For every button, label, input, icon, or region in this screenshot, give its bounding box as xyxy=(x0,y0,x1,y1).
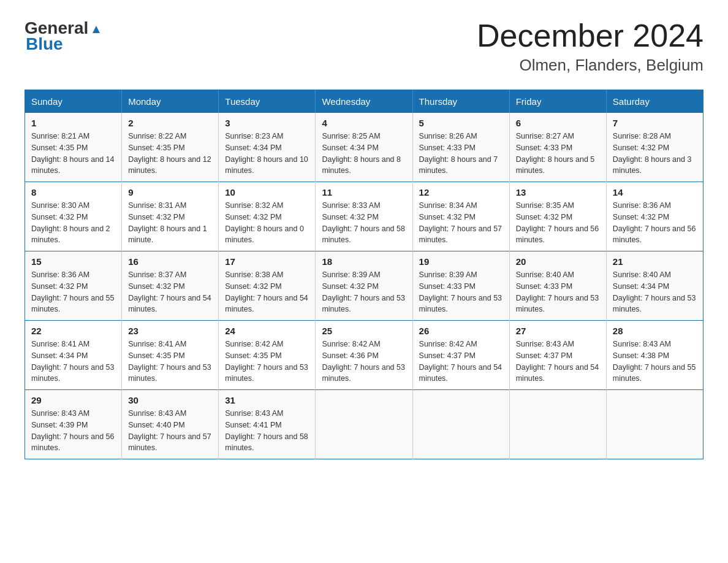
calendar-cell: 20 Sunrise: 8:40 AMSunset: 4:33 PMDaylig… xyxy=(509,251,606,321)
day-info: Sunrise: 8:43 AMSunset: 4:39 PMDaylight:… xyxy=(31,408,115,454)
calendar-cell: 16 Sunrise: 8:37 AMSunset: 4:32 PMDaylig… xyxy=(122,251,219,321)
calendar-cell xyxy=(412,390,509,459)
calendar-cell: 10 Sunrise: 8:32 AMSunset: 4:32 PMDaylig… xyxy=(219,182,316,251)
day-info: Sunrise: 8:37 AMSunset: 4:32 PMDaylight:… xyxy=(128,269,212,315)
calendar-cell: 12 Sunrise: 8:34 AMSunset: 4:32 PMDaylig… xyxy=(412,182,509,251)
page-header: General Blue December 2024 Olmen, Flande… xyxy=(25,18,703,75)
day-number: 7 xyxy=(613,118,697,128)
day-info: Sunrise: 8:43 AMSunset: 4:40 PMDaylight:… xyxy=(128,408,212,454)
day-info: Sunrise: 8:31 AMSunset: 4:32 PMDaylight:… xyxy=(128,200,212,246)
calendar-cell: 4 Sunrise: 8:25 AMSunset: 4:34 PMDayligh… xyxy=(316,113,412,182)
day-info: Sunrise: 8:27 AMSunset: 4:33 PMDaylight:… xyxy=(516,131,600,177)
calendar-cell: 2 Sunrise: 8:22 AMSunset: 4:35 PMDayligh… xyxy=(122,113,219,182)
day-info: Sunrise: 8:35 AMSunset: 4:32 PMDaylight:… xyxy=(516,200,600,246)
day-number: 28 xyxy=(613,326,697,336)
weekday-header-wednesday: Wednesday xyxy=(316,90,412,113)
calendar-cell: 1 Sunrise: 8:21 AMSunset: 4:35 PMDayligh… xyxy=(25,113,122,182)
month-title: December 2024 xyxy=(477,18,703,53)
calendar-cell xyxy=(509,390,606,459)
day-number: 30 xyxy=(128,395,212,405)
day-number: 23 xyxy=(128,326,212,336)
day-number: 14 xyxy=(613,187,697,197)
day-number: 31 xyxy=(225,395,309,405)
calendar-week-row: 1 Sunrise: 8:21 AMSunset: 4:35 PMDayligh… xyxy=(25,113,703,182)
calendar-cell: 17 Sunrise: 8:38 AMSunset: 4:32 PMDaylig… xyxy=(219,251,316,321)
day-info: Sunrise: 8:33 AMSunset: 4:32 PMDaylight:… xyxy=(322,200,406,246)
calendar-cell: 19 Sunrise: 8:39 AMSunset: 4:33 PMDaylig… xyxy=(412,251,509,321)
day-number: 3 xyxy=(225,118,309,128)
day-info: Sunrise: 8:26 AMSunset: 4:33 PMDaylight:… xyxy=(419,131,503,177)
day-number: 13 xyxy=(516,187,600,197)
weekday-header-saturday: Saturday xyxy=(606,90,703,113)
day-info: Sunrise: 8:42 AMSunset: 4:36 PMDaylight:… xyxy=(322,339,406,385)
day-number: 11 xyxy=(322,187,406,197)
day-number: 25 xyxy=(322,326,406,336)
day-info: Sunrise: 8:25 AMSunset: 4:34 PMDaylight:… xyxy=(322,131,406,177)
calendar-cell: 22 Sunrise: 8:41 AMSunset: 4:34 PMDaylig… xyxy=(25,321,122,390)
day-info: Sunrise: 8:41 AMSunset: 4:35 PMDaylight:… xyxy=(128,339,212,385)
logo: General Blue xyxy=(25,18,103,54)
day-info: Sunrise: 8:36 AMSunset: 4:32 PMDaylight:… xyxy=(613,200,697,246)
calendar-cell: 8 Sunrise: 8:30 AMSunset: 4:32 PMDayligh… xyxy=(25,182,122,251)
calendar-week-row: 22 Sunrise: 8:41 AMSunset: 4:34 PMDaylig… xyxy=(25,321,703,390)
day-info: Sunrise: 8:23 AMSunset: 4:34 PMDaylight:… xyxy=(225,131,309,177)
weekday-header-tuesday: Tuesday xyxy=(219,90,316,113)
calendar-cell: 11 Sunrise: 8:33 AMSunset: 4:32 PMDaylig… xyxy=(316,182,412,251)
day-info: Sunrise: 8:32 AMSunset: 4:32 PMDaylight:… xyxy=(225,200,309,246)
day-number: 29 xyxy=(31,395,115,405)
day-number: 12 xyxy=(419,187,503,197)
day-info: Sunrise: 8:36 AMSunset: 4:32 PMDaylight:… xyxy=(31,269,115,315)
calendar-cell xyxy=(606,390,703,459)
day-number: 18 xyxy=(322,256,406,267)
day-number: 1 xyxy=(31,118,115,128)
day-number: 16 xyxy=(128,256,212,267)
day-number: 6 xyxy=(516,118,600,128)
calendar-table: SundayMondayTuesdayWednesdayThursdayFrid… xyxy=(25,90,703,459)
day-info: Sunrise: 8:28 AMSunset: 4:32 PMDaylight:… xyxy=(613,131,697,177)
day-info: Sunrise: 8:40 AMSunset: 4:34 PMDaylight:… xyxy=(613,269,697,315)
day-number: 27 xyxy=(516,326,600,336)
day-number: 20 xyxy=(516,256,600,267)
day-number: 26 xyxy=(419,326,503,336)
day-number: 9 xyxy=(128,187,212,197)
calendar-cell: 24 Sunrise: 8:42 AMSunset: 4:35 PMDaylig… xyxy=(219,321,316,390)
weekday-header-row: SundayMondayTuesdayWednesdayThursdayFrid… xyxy=(25,90,703,113)
calendar-cell: 7 Sunrise: 8:28 AMSunset: 4:32 PMDayligh… xyxy=(606,113,703,182)
calendar-cell: 29 Sunrise: 8:43 AMSunset: 4:39 PMDaylig… xyxy=(25,390,122,459)
day-info: Sunrise: 8:41 AMSunset: 4:34 PMDaylight:… xyxy=(31,339,115,385)
calendar-cell xyxy=(316,390,412,459)
logo-blue-text: Blue xyxy=(26,34,63,54)
day-number: 10 xyxy=(225,187,309,197)
calendar-cell: 30 Sunrise: 8:43 AMSunset: 4:40 PMDaylig… xyxy=(122,390,219,459)
calendar-cell: 27 Sunrise: 8:43 AMSunset: 4:37 PMDaylig… xyxy=(509,321,606,390)
day-number: 5 xyxy=(419,118,503,128)
calendar-cell: 3 Sunrise: 8:23 AMSunset: 4:34 PMDayligh… xyxy=(219,113,316,182)
day-info: Sunrise: 8:42 AMSunset: 4:37 PMDaylight:… xyxy=(419,339,503,385)
day-info: Sunrise: 8:39 AMSunset: 4:33 PMDaylight:… xyxy=(419,269,503,315)
weekday-header-thursday: Thursday xyxy=(412,90,509,113)
day-info: Sunrise: 8:40 AMSunset: 4:33 PMDaylight:… xyxy=(516,269,600,315)
day-number: 19 xyxy=(419,256,503,267)
day-info: Sunrise: 8:30 AMSunset: 4:32 PMDaylight:… xyxy=(31,200,115,246)
day-number: 2 xyxy=(128,118,212,128)
location-title: Olmen, Flanders, Belgium xyxy=(477,56,703,75)
day-info: Sunrise: 8:43 AMSunset: 4:41 PMDaylight:… xyxy=(225,408,309,454)
day-number: 8 xyxy=(31,187,115,197)
calendar-cell: 26 Sunrise: 8:42 AMSunset: 4:37 PMDaylig… xyxy=(412,321,509,390)
svg-marker-0 xyxy=(93,26,100,33)
day-number: 4 xyxy=(322,118,406,128)
calendar-cell: 21 Sunrise: 8:40 AMSunset: 4:34 PMDaylig… xyxy=(606,251,703,321)
calendar-cell: 18 Sunrise: 8:39 AMSunset: 4:32 PMDaylig… xyxy=(316,251,412,321)
calendar-week-row: 29 Sunrise: 8:43 AMSunset: 4:39 PMDaylig… xyxy=(25,390,703,459)
weekday-header-monday: Monday xyxy=(122,90,219,113)
day-info: Sunrise: 8:34 AMSunset: 4:32 PMDaylight:… xyxy=(419,200,503,246)
day-number: 22 xyxy=(31,326,115,336)
calendar-week-row: 8 Sunrise: 8:30 AMSunset: 4:32 PMDayligh… xyxy=(25,182,703,251)
calendar-cell: 15 Sunrise: 8:36 AMSunset: 4:32 PMDaylig… xyxy=(25,251,122,321)
calendar-cell: 14 Sunrise: 8:36 AMSunset: 4:32 PMDaylig… xyxy=(606,182,703,251)
day-info: Sunrise: 8:21 AMSunset: 4:35 PMDaylight:… xyxy=(31,131,115,177)
day-info: Sunrise: 8:43 AMSunset: 4:38 PMDaylight:… xyxy=(613,339,697,385)
day-number: 17 xyxy=(225,256,309,267)
day-number: 21 xyxy=(613,256,697,267)
day-info: Sunrise: 8:38 AMSunset: 4:32 PMDaylight:… xyxy=(225,269,309,315)
